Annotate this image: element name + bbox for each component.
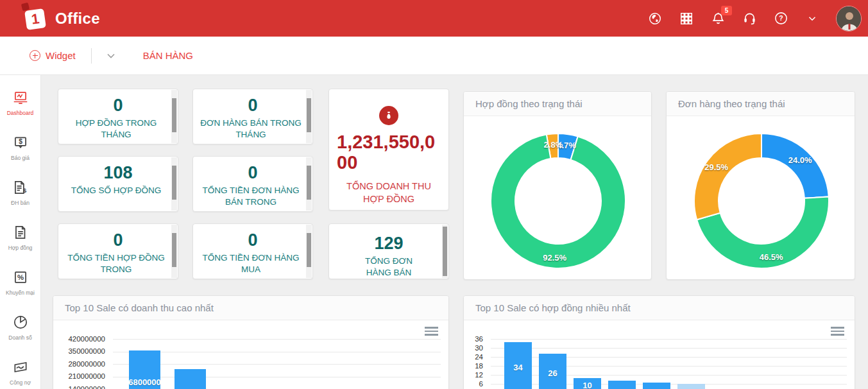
user-avatar[interactable] [836,6,862,31]
panel-title: Hợp đồng theo trạng thái [464,92,651,116]
sidebar-item-label: ĐH bán [11,200,30,206]
card-scrollbar[interactable] [306,157,312,211]
widget-toolbar: Widget BÁN HÀNG [0,37,868,75]
y-axis-tick: 210000000 [53,372,105,381]
bar-chart-hop-dong[interactable]: 363024181260342610 [464,320,855,389]
revenue-pie-icon [12,314,29,331]
support-headset-icon[interactable] [742,11,757,26]
svg-text:?: ? [779,14,783,22]
svg-text:%: % [17,273,23,281]
add-widget-button[interactable]: Widget [30,50,76,61]
y-axis-tick: 24 [464,353,483,361]
sidebar-item-label: Hợp đồng [8,245,33,251]
logo-one-icon: 1 [24,8,46,30]
y-axis-tick: 140000000 [53,385,105,389]
kpi-card-tong-tien-don-hang-ban[interactable]: 0 TỔNG TIỀN ĐƠN HÀNG BÁN TRONG [192,156,313,212]
kpi-card-tong-so-hop-dong[interactable]: 108 TỔNG SỐ HỢP ĐỒNG [58,156,178,212]
panel-title: Top 10 Sale có hợp đồng nhiều nhất [464,296,855,320]
gridline [113,364,441,365]
bar-value-label: 6800000 [129,377,160,387]
bar-value-label: 10 [583,381,591,389]
kpi-value: 0 [193,96,312,116]
app-logo[interactable]: 1 [23,6,49,31]
y-axis-tick: 18 [464,362,483,370]
sidebar-item-hop-dong[interactable]: Hợp đồng [0,224,41,265]
apps-grid-icon[interactable] [679,11,694,26]
bar-value-label: 26 [548,368,557,378]
toolbar-chevron-down-icon[interactable] [103,48,119,64]
toolbar-divider [91,48,92,64]
gridline [491,348,847,349]
bar[interactable]: 10 [574,378,601,389]
kpi-label: TỔNG ĐƠN HÀNG BÁN [329,254,448,279]
y-axis-tick: 350000000 [53,347,105,356]
revenue-total-card[interactable]: 1,231,550,000 TỔNG DOANH THU HỢP ĐỒNG [328,89,449,211]
kpi-value: 0 [193,231,312,250]
sidebar-item-khuyen-mai[interactable]: % Khuyến mại [0,269,41,310]
dashboard-icon [12,89,29,106]
sidebar-item-label: Công nợ [10,379,31,386]
sidebar-item-dashboard[interactable]: Dashboard [0,89,41,130]
panel-don-hang-theo-trang-thai: Đơn hàng theo trạng thái 24.0%46.5%29.5% [666,91,855,280]
dashboard-page: 1 Office [0,0,868,389]
bar-value-label: 2000000 [174,387,206,389]
kpi-label: TỔNG SỐ HỢP ĐỒNG [58,183,178,196]
bar[interactable]: 26 [539,354,566,389]
bar[interactable] [677,384,705,389]
gridline [113,377,441,377]
kpi-label: HỢP ĐỒNG TRONG THÁNG [58,116,178,141]
logo-chip [21,2,30,10]
bar[interactable] [608,381,636,389]
card-scrollbar[interactable] [306,225,312,278]
globe-icon[interactable] [647,11,663,26]
card-scrollbar[interactable] [171,90,177,143]
card-scrollbar[interactable] [171,157,177,211]
sidebar-item-cong-no[interactable]: Công nợ [0,359,41,389]
sidebar-item-label: Dashboard [7,110,34,116]
promotion-icon: % [12,269,29,286]
chevron-down-icon[interactable] [804,11,820,26]
panel-top10-hop-dong: Top 10 Sale có hợp đồng nhiều nhất 36302… [463,295,855,389]
kpi-label: ĐƠN HÀNG BÁN TRONG THÁNG [193,116,312,141]
sidebar-item-bao-gia[interactable]: $ Báo giá [0,134,41,175]
kpi-card-tong-tien-don-hang-mua[interactable]: 0 TỔNG TIỀN ĐƠN HÀNG MUA [192,223,313,279]
panel-top10-doanh-thu: Top 10 Sale có doanh thu cao nhất 420000… [53,295,449,389]
help-icon[interactable]: ? [773,11,788,26]
money-bag-icon [379,106,398,125]
panel-title: Top 10 Sale có doanh thu cao nhất [53,296,448,320]
y-axis-tick: 280000000 [53,360,105,368]
y-axis-tick: 30 [464,344,483,352]
bar[interactable]: 34 [504,342,532,389]
donut-chart-contracts[interactable]: 2.8%4.7%92.5% [464,116,651,280]
bar-chart-doanh-thu[interactable]: 4200000003500000002800000002100000001400… [53,320,449,389]
bar[interactable]: 2000000 [174,369,206,389]
kpi-card-hop-dong-trong-thang[interactable]: 0 HỢP ĐỒNG TRONG THÁNG [58,89,178,144]
notification-badge: 5 [721,6,732,15]
header-actions: 5 ? [647,0,868,37]
card-scrollbar[interactable] [306,90,312,143]
sales-order-icon: $ [12,179,29,196]
bar[interactable] [643,383,670,389]
card-scrollbar[interactable] [171,225,177,278]
donut-chart-orders[interactable]: 24.0%46.5%29.5% [667,116,855,280]
kpi-card-tong-don-hang-ban[interactable]: 129 TỔNG ĐƠN HÀNG BÁN [328,223,449,279]
sidebar-item-dh-ban[interactable]: $ ĐH bán [0,179,41,220]
kpi-value: 0 [193,164,312,183]
bar[interactable]: 6800000 [129,350,160,389]
kpi-value: 0 [58,96,178,116]
kpi-card-don-hang-ban-trong-thang[interactable]: 0 ĐƠN HÀNG BÁN TRONG THÁNG [192,89,313,144]
app-title: Office [55,10,100,28]
sidebar-item-label: Doanh số [8,334,31,341]
sidebar-item-label: Báo giá [11,155,30,161]
kpi-card-tong-tien-hop-dong[interactable]: 0 TỔNG TIỀN HỢP ĐỒNG TRONG [58,223,178,279]
svg-text:$: $ [22,187,26,194]
notifications-bell-icon[interactable]: 5 [710,11,726,26]
tab-ban-hang[interactable]: BÁN HÀNG [143,50,193,61]
sidebar-item-doanh-so[interactable]: Doanh số [0,314,41,355]
left-sidebar: Dashboard $ Báo giá $ ĐH bán [0,75,41,389]
bar-value-label: 34 [513,363,522,372]
svg-text:$: $ [19,138,22,145]
card-scrollbar[interactable] [442,225,448,278]
kpi-label: TỔNG TIỀN ĐƠN HÀNG BÁN TRONG [193,183,312,208]
kpi-value: 0 [58,231,178,250]
